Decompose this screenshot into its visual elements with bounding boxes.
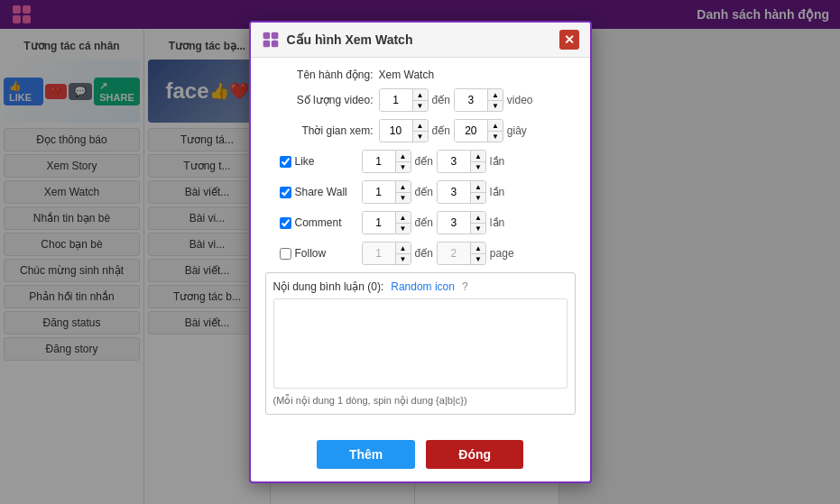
den5-label: đến [415, 216, 433, 229]
like-from-input[interactable] [363, 151, 395, 172]
dialog-cau-hinh-xem-watch: Cấu hình Xem Watch ✕ Tên hành động: Xem … [249, 21, 592, 483]
like-from-spinner[interactable]: ▲ ▼ [362, 150, 411, 173]
follow-checkbox-label: Follow [295, 247, 358, 260]
ten-hanh-dong-row: Tên hành động: Xem Watch [265, 69, 576, 81]
follow-from-down[interactable]: ▼ [396, 253, 411, 264]
sharewall-from-spinner[interactable]: ▲ ▼ [362, 180, 411, 204]
comment-input-group: ▲ ▼ đến ▲ ▼ lần [362, 211, 505, 234]
ten-hanh-dong-label: Tên hành động: [265, 69, 374, 81]
follow-to-spinner[interactable]: ▲ ▼ [437, 242, 486, 265]
dialog-overlay: Cấu hình Xem Watch ✕ Tên hành động: Xem … [0, 0, 840, 504]
thoi-gian-to-input[interactable] [455, 120, 487, 142]
follow-to-up[interactable]: ▲ [471, 243, 485, 253]
dialog-header: Cấu hình Xem Watch ✕ [251, 23, 590, 58]
comment-from-btns: ▲ ▼ [395, 212, 411, 234]
dialog-close-button[interactable]: ✕ [559, 30, 579, 50]
comment-to-btns: ▲ ▼ [470, 212, 485, 234]
den3-label: đến [415, 155, 433, 168]
so-luong-from-input[interactable] [380, 89, 412, 111]
den4-label: đến [415, 186, 433, 198]
like-input-group: ▲ ▼ đến ▲ ▼ lần [362, 150, 505, 173]
like-from-btns: ▲ ▼ [395, 151, 411, 172]
sharewall-from-up[interactable]: ▲ [396, 181, 411, 192]
den2-label: đến [432, 124, 450, 137]
so-luong-to-down[interactable]: ▼ [488, 100, 503, 111]
thoi-gian-from-input[interactable] [380, 120, 412, 142]
comment-from-up[interactable]: ▲ [396, 212, 411, 223]
comment-content-header: Nội dung bình luận (0): Random icon ? [273, 280, 568, 293]
follow-from-spinner[interactable]: ▲ ▼ [362, 242, 411, 265]
thoi-gian-from-up[interactable]: ▲ [413, 120, 428, 131]
thoi-gian-xem-row: Thời gian xem: ▲ ▼ đến ▲ ▼ [265, 119, 576, 142]
so-luong-unit: video [507, 94, 533, 106]
so-luong-to-input[interactable] [455, 89, 487, 111]
like-to-input[interactable] [438, 151, 470, 172]
comment-to-up[interactable]: ▲ [471, 212, 485, 223]
thoi-gian-unit: giây [507, 124, 527, 137]
svg-rect-6 [263, 41, 270, 48]
like-row: Like ▲ ▼ đến ▲ ▼ [265, 150, 576, 173]
thoi-gian-to-down[interactable]: ▼ [488, 131, 503, 142]
comment-textarea[interactable] [273, 298, 568, 389]
so-luong-to-spinner[interactable]: ▲ ▼ [454, 88, 503, 112]
sharewall-to-up[interactable]: ▲ [471, 181, 485, 192]
follow-from-up[interactable]: ▲ [396, 243, 411, 253]
comment-from-spinner[interactable]: ▲ ▼ [362, 211, 411, 234]
like-to-down[interactable]: ▼ [471, 161, 485, 172]
follow-to-input[interactable] [438, 243, 470, 264]
comment-checkbox[interactable] [280, 217, 291, 229]
comment-hint: (Mỗi nội dung 1 dòng, spin nội dung {a|b… [273, 395, 568, 407]
thoi-gian-to-up[interactable]: ▲ [488, 120, 503, 131]
follow-input-group: ▲ ▼ đến ▲ ▼ page [362, 242, 514, 265]
random-icon-link[interactable]: Random icon [391, 280, 455, 293]
comment-unit: lần [490, 216, 504, 229]
comment-from-input[interactable] [363, 212, 395, 234]
so-luong-to-up[interactable]: ▲ [488, 89, 503, 100]
comment-to-input[interactable] [438, 212, 470, 234]
follow-row: Follow ▲ ▼ đến ▲ ▼ [265, 242, 576, 265]
so-luong-video-row: Số lượng video: ▲ ▼ đến ▲ ▼ [265, 88, 576, 112]
sharewall-to-btns: ▲ ▼ [470, 181, 485, 203]
like-from-up[interactable]: ▲ [396, 151, 411, 161]
so-luong-from-up[interactable]: ▲ [413, 89, 428, 100]
comment-to-down[interactable]: ▼ [471, 223, 485, 234]
like-to-spinner[interactable]: ▲ ▼ [437, 150, 486, 173]
dialog-header-left: Cấu hình Xem Watch [262, 31, 413, 49]
comment-checkbox-label: Comment [295, 216, 358, 229]
sharewall-to-input[interactable] [438, 181, 470, 203]
thoi-gian-to-spinner[interactable]: ▲ ▼ [454, 119, 503, 142]
sharewall-checkbox[interactable] [280, 187, 291, 198]
follow-to-btns: ▲ ▼ [470, 243, 485, 264]
like-from-down[interactable]: ▼ [396, 161, 411, 172]
like-checkbox-label: Like [295, 155, 358, 168]
sharewall-to-spinner[interactable]: ▲ ▼ [437, 180, 486, 204]
so-luong-from-spinner[interactable]: ▲ ▼ [379, 88, 429, 112]
den6-label: đến [415, 247, 433, 260]
dialog-title: Cấu hình Xem Watch [287, 32, 413, 47]
comment-help-icon[interactable]: ? [462, 280, 468, 293]
like-to-up[interactable]: ▲ [471, 151, 485, 161]
thoi-gian-from-spinner[interactable]: ▲ ▼ [379, 119, 429, 142]
sharewall-row: Share Wall ▲ ▼ đến ▲ ▼ [265, 180, 576, 204]
sharewall-to-down[interactable]: ▼ [471, 192, 485, 203]
thoi-gian-from-down[interactable]: ▼ [413, 131, 428, 142]
so-luong-from-down[interactable]: ▼ [413, 100, 428, 111]
like-checkbox[interactable] [280, 156, 291, 168]
sharewall-from-input[interactable] [363, 181, 395, 203]
sharewall-input-group: ▲ ▼ đến ▲ ▼ lần [362, 180, 505, 204]
comment-from-down[interactable]: ▼ [396, 223, 411, 234]
comment-to-spinner[interactable]: ▲ ▼ [437, 211, 486, 234]
sharewall-unit: lần [490, 186, 504, 198]
thoi-gian-to-btns: ▲ ▼ [487, 120, 503, 142]
thoi-gian-xem-label: Thời gian xem: [265, 124, 374, 137]
follow-from-input[interactable] [363, 243, 395, 264]
dialog-footer: Thêm Đóng [251, 431, 590, 481]
dong-button[interactable]: Đóng [426, 440, 523, 469]
follow-checkbox[interactable] [280, 248, 291, 260]
sharewall-from-down[interactable]: ▼ [396, 192, 411, 203]
them-button[interactable]: Thêm [317, 440, 415, 469]
ten-hanh-dong-value: Xem Watch [379, 69, 576, 81]
thoi-gian-from-btns: ▲ ▼ [412, 120, 428, 142]
follow-to-down[interactable]: ▼ [471, 253, 485, 264]
thoi-gian-input-group: ▲ ▼ đến ▲ ▼ giây [379, 119, 527, 142]
